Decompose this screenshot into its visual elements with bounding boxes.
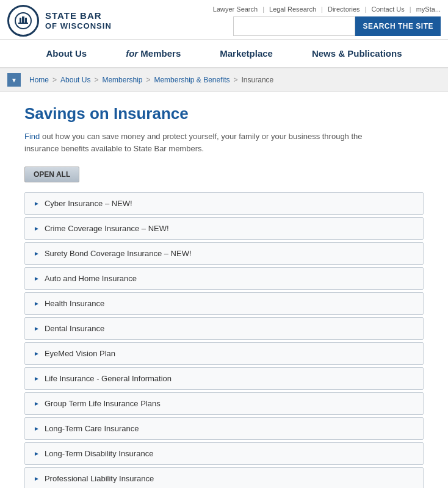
nav-about-us[interactable]: About Us	[27, 40, 107, 67]
directories-link[interactable]: Directories	[328, 5, 360, 13]
page-intro-find: Find	[24, 132, 40, 141]
accordion-arrow-icon: ►	[34, 400, 40, 407]
accordion-item[interactable]: ► Dental Insurance	[24, 317, 424, 340]
accordion-item-label: Life Insurance - General Information	[45, 374, 172, 383]
accordion-item-label: Cyber Insurance – NEW!	[45, 199, 132, 208]
accordion-item[interactable]: ► Crime Coverage Insurance – NEW!	[24, 217, 424, 240]
accordion-item-label: Long-Term Care Insurance	[45, 424, 139, 433]
breadcrumb-membership[interactable]: Membership	[102, 76, 142, 84]
accordion-arrow-icon: ►	[34, 225, 40, 232]
legal-research-link[interactable]: Legal Research	[269, 5, 316, 13]
page-intro: Find out how you can save money and prot…	[24, 131, 391, 154]
mystate-link[interactable]: mySta...	[416, 5, 441, 13]
breadcrumb-bar: ▼ Home > About Us > Membership > Members…	[0, 68, 448, 92]
accordion-arrow-icon: ►	[34, 250, 40, 257]
accordion-item[interactable]: ► Group Term Life Insurance Plans	[24, 392, 424, 415]
accordion-item[interactable]: ► Health Insurance	[24, 292, 424, 315]
accordion-item-label: Health Insurance	[45, 299, 104, 308]
contact-us-link[interactable]: Contact Us	[371, 5, 404, 13]
nav-news-publications[interactable]: News & Publications	[292, 40, 422, 67]
logo-icon	[7, 5, 39, 37]
accordion-item[interactable]: ► Surety Bond Coverage Insurance – NEW!	[24, 242, 424, 265]
top-right-area: Lawyer Search | Legal Research | Directo…	[213, 5, 441, 36]
breadcrumb-about-us[interactable]: About Us	[60, 76, 90, 84]
accordion-arrow-icon: ►	[34, 325, 40, 332]
accordion-item-label: EyeMed Vision Plan	[45, 349, 115, 358]
open-all-button[interactable]: OPEN ALL	[24, 167, 79, 182]
breadcrumb-home[interactable]: Home	[29, 76, 49, 84]
lawyer-search-link[interactable]: Lawyer Search	[213, 5, 258, 13]
accordion-arrow-icon: ►	[34, 425, 40, 432]
page-intro-text: out how you can save money and protect y…	[24, 132, 363, 153]
main-content: Savings on Insurance Find out how you ca…	[0, 92, 448, 488]
accordion-arrow-icon: ►	[34, 375, 40, 382]
nav-for-members[interactable]: for Members	[106, 40, 200, 67]
accordion-arrow-icon: ►	[34, 475, 40, 482]
accordion-item-label: Surety Bond Coverage Insurance – NEW!	[45, 249, 192, 258]
accordion-item-label: Auto and Home Insurance	[45, 274, 137, 283]
top-links: Lawyer Search | Legal Research | Directo…	[213, 5, 441, 13]
search-area: SEARCH THE SITE	[233, 16, 441, 36]
accordion-item[interactable]: ► Auto and Home Insurance	[24, 267, 424, 290]
accordion-arrow-icon: ►	[34, 350, 40, 357]
accordion-item[interactable]: ► Professional Liability Insurance	[24, 467, 424, 488]
header: STATE BAR OF WISCONSIN Lawyer Search | L…	[0, 0, 448, 40]
accordion-list: ► Cyber Insurance – NEW!► Crime Coverage…	[24, 192, 424, 488]
accordion-item[interactable]: ► Cyber Insurance – NEW!	[24, 192, 424, 215]
svg-rect-1	[18, 23, 28, 24]
accordion-item[interactable]: ► Long-Term Care Insurance	[24, 417, 424, 440]
accordion-item-label: Group Term Life Insurance Plans	[45, 399, 161, 408]
accordion-item[interactable]: ► Life Insurance - General Information	[24, 367, 424, 390]
accordion-item[interactable]: ► EyeMed Vision Plan	[24, 342, 424, 365]
accordion-arrow-icon: ►	[34, 275, 40, 282]
breadcrumb-current: Insurance	[242, 76, 274, 84]
svg-rect-2	[22, 16, 24, 23]
accordion-arrow-icon: ►	[34, 200, 40, 207]
page-title: Savings on Insurance	[24, 104, 424, 123]
search-button[interactable]: SEARCH THE SITE	[355, 16, 441, 36]
main-nav: About Us for Members Marketplace News & …	[0, 40, 448, 68]
accordion-arrow-icon: ►	[34, 300, 40, 307]
breadcrumb-membership-benefits[interactable]: Membership & Benefits	[154, 76, 229, 84]
logo-area: STATE BAR OF WISCONSIN	[7, 5, 112, 37]
accordion-item-label: Professional Liability Insurance	[45, 474, 154, 483]
svg-rect-3	[20, 18, 21, 23]
accordion-arrow-icon: ►	[34, 450, 40, 457]
accordion-item-label: Long-Term Disability Insurance	[45, 449, 153, 458]
nav-members-label: Members	[140, 48, 181, 59]
breadcrumb-toggle-button[interactable]: ▼	[7, 73, 21, 87]
accordion-item-label: Crime Coverage Insurance – NEW!	[45, 224, 169, 233]
accordion-item[interactable]: ► Long-Term Disability Insurance	[24, 442, 424, 465]
svg-rect-4	[25, 18, 27, 23]
nav-marketplace[interactable]: Marketplace	[200, 40, 292, 67]
logo-text: STATE BAR OF WISCONSIN	[45, 10, 112, 32]
search-input[interactable]	[233, 16, 355, 36]
accordion-item-label: Dental Insurance	[45, 324, 104, 333]
